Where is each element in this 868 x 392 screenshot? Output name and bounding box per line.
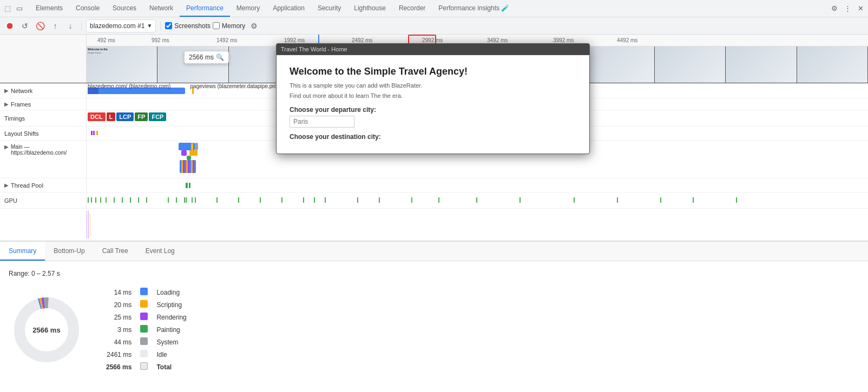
frames-label: Frames bbox=[11, 101, 31, 108]
toolbar-divider-1 bbox=[81, 22, 82, 30]
inspect-icon[interactable]: ⬚ bbox=[2, 3, 13, 14]
memory-checkbox-wrap[interactable]: Memory bbox=[213, 22, 245, 30]
device-icon[interactable]: ▭ bbox=[14, 3, 25, 14]
magnify-icon: 🔍 bbox=[216, 54, 224, 61]
network-label: Network bbox=[11, 88, 32, 94]
badge-dcl[interactable]: DCL bbox=[88, 112, 106, 121]
reload-record-button[interactable]: ↺ bbox=[18, 19, 31, 32]
gpu-track-label: GPU bbox=[0, 192, 87, 208]
record-button[interactable]: ⏺ bbox=[3, 19, 16, 32]
layout-shifts-track-label: Layout Shifts bbox=[0, 127, 87, 140]
legend-ms-3: 3 ms bbox=[102, 323, 136, 336]
legend-color-5 bbox=[136, 348, 152, 361]
screenshot-heading: Welcome to the Simple Travel Agency! bbox=[290, 66, 576, 77]
tab-call-tree[interactable]: Call Tree bbox=[94, 242, 137, 261]
ruler-tick-4492: 4492 ms bbox=[617, 37, 637, 43]
legend-table: 14 msLoading20 msScripting25 msRendering… bbox=[102, 286, 191, 373]
badge-lcp[interactable]: LCP bbox=[116, 112, 134, 121]
upload-button[interactable]: ↑ bbox=[49, 19, 62, 32]
legend-label-2: Rendering bbox=[152, 311, 190, 323]
thread-pool-expand-arrow[interactable]: ▶ bbox=[4, 182, 9, 188]
legend-row-scripting: 20 msScripting bbox=[102, 298, 191, 311]
badge-fp[interactable]: FP bbox=[135, 112, 148, 121]
tab-summary[interactable]: Summary bbox=[0, 242, 45, 261]
memory-checkbox[interactable] bbox=[213, 22, 220, 29]
legend-ms-1: 20 ms bbox=[102, 298, 136, 311]
timings-track-label: Timings bbox=[0, 110, 87, 126]
legend-label-3: Painting bbox=[152, 323, 190, 336]
main-label: Main — https://blazedemo.com/ bbox=[11, 144, 86, 156]
tab-performance[interactable]: Performance bbox=[180, 0, 230, 17]
legend-row-idle: 2461 msIdle bbox=[102, 348, 191, 361]
thread-pool-track-label[interactable]: ▶ Thread Pool bbox=[0, 178, 87, 192]
tab-application[interactable]: Application bbox=[266, 0, 311, 17]
main-layout: 492 ms 992 ms 1492 ms 1992 ms 2492 ms 29… bbox=[0, 35, 868, 392]
ruler-tick-3492: 3492 ms bbox=[487, 37, 508, 43]
legend-row-total: 2566 msTotal bbox=[102, 361, 191, 373]
ruler-tick-2992: 2992 ms bbox=[422, 37, 443, 43]
tab-sources[interactable]: Sources bbox=[106, 0, 143, 17]
screenshots-label: Screenshots bbox=[174, 22, 211, 30]
main-track-label[interactable]: ▶ Main — https://blazedemo.com/ bbox=[0, 141, 87, 178]
tab-security[interactable]: Security bbox=[311, 0, 347, 17]
tab-performance-insights[interactable]: Performance insights 🧪 bbox=[432, 0, 516, 17]
close-icon[interactable]: ✕ bbox=[855, 3, 866, 14]
tab-bottom-up[interactable]: Bottom-Up bbox=[45, 242, 93, 261]
timings-label: Timings bbox=[4, 115, 25, 122]
time-tooltip: 2566 ms 🔍 bbox=[184, 51, 229, 64]
more-settings-button[interactable]: ⚙ bbox=[247, 19, 260, 32]
ss-thumb-9[interactable] bbox=[655, 46, 726, 83]
tab-network[interactable]: Network bbox=[143, 0, 180, 17]
screenshots-checkbox-wrap[interactable]: Screenshots bbox=[165, 22, 211, 30]
ss-thumb-10[interactable] bbox=[726, 46, 797, 83]
ss-thumb-1[interactable]: Welcome to the Simple Travel... bbox=[87, 46, 157, 83]
main-expand-arrow[interactable]: ▶ bbox=[4, 144, 9, 150]
tab-memory[interactable]: Memory bbox=[230, 0, 266, 17]
network-track-label[interactable]: ▶ Network bbox=[0, 83, 87, 98]
badge-l[interactable]: L bbox=[107, 112, 116, 121]
ss-thumb-8[interactable] bbox=[584, 46, 655, 83]
network-expand-arrow[interactable]: ▶ bbox=[4, 88, 9, 94]
legend-row-rendering: 25 msRendering bbox=[102, 311, 191, 323]
screenshot-title: Travel The World - Home bbox=[281, 46, 347, 52]
settings-icon[interactable]: ⚙ bbox=[829, 3, 840, 14]
range-label: Range: 0 – 2.57 s bbox=[9, 270, 859, 277]
target-dropdown[interactable]: blazedemo.com #1 ▼ bbox=[86, 19, 156, 32]
frames-expand-arrow[interactable]: ▶ bbox=[4, 101, 9, 107]
tab-recorder[interactable]: Recorder bbox=[392, 0, 432, 17]
legend-ms-4: 44 ms bbox=[102, 336, 136, 348]
legend-color-box-0 bbox=[140, 288, 148, 295]
tab-event-log[interactable]: Event Log bbox=[137, 242, 183, 261]
more-icon[interactable]: ⋮ bbox=[842, 3, 853, 14]
legend-label-6: Total bbox=[152, 361, 190, 373]
badge-fcp[interactable]: FCP bbox=[149, 112, 166, 121]
frames-track-label[interactable]: ▶ Frames bbox=[0, 98, 87, 110]
legend-color-box-6 bbox=[140, 362, 148, 370]
legend-color-2 bbox=[136, 311, 152, 323]
legend-row-painting: 3 msPainting bbox=[102, 323, 191, 336]
layout-shifts-label: Layout Shifts bbox=[4, 130, 39, 137]
gpu-label: GPU bbox=[4, 197, 17, 204]
track-label-bg bbox=[0, 35, 87, 83]
screenshots-checkbox[interactable] bbox=[165, 22, 172, 29]
top-nav-bar: ⬚ ▭ Elements Console Sources Network Per… bbox=[0, 0, 868, 17]
tab-elements[interactable]: Elements bbox=[29, 0, 69, 17]
ruler-tick-992: 992 ms bbox=[152, 37, 169, 43]
bottom-panel: Summary Bottom-Up Call Tree Event Log Ra… bbox=[0, 241, 868, 392]
download-button[interactable]: ↓ bbox=[64, 19, 77, 32]
legend-color-box-5 bbox=[140, 350, 148, 357]
ss-thumb-11[interactable] bbox=[797, 46, 868, 83]
tab-console[interactable]: Console bbox=[69, 0, 106, 17]
tab-lighthouse[interactable]: Lighthouse bbox=[347, 0, 392, 17]
thread-pool-content bbox=[87, 178, 868, 192]
summary-body: 2566 ms 14 msLoading20 msScripting25 msR… bbox=[9, 286, 859, 373]
timeline-region: 492 ms 992 ms 1492 ms 1992 ms 2492 ms 29… bbox=[0, 35, 868, 241]
ruler-tick-1492: 1492 ms bbox=[216, 37, 237, 43]
gpu-track-content bbox=[87, 192, 868, 208]
legend-ms-6: 2566 ms bbox=[102, 361, 136, 373]
clear-button[interactable]: 🚫 bbox=[34, 19, 47, 32]
ruler-tick-1992: 1992 ms bbox=[284, 37, 305, 43]
donut-total-ms: 2566 ms bbox=[32, 325, 60, 334]
legend-label-4: System bbox=[152, 336, 190, 348]
donut-chart: 2566 ms bbox=[9, 292, 84, 368]
